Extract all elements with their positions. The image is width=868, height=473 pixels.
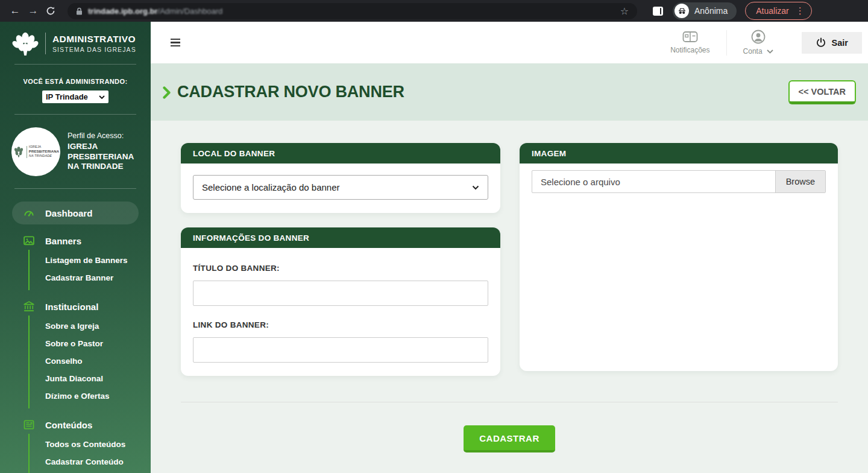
sidebar-item-todos-os-conteudos[interactable]: Todos os Conteúdos	[45, 436, 139, 453]
sidebar-item-cadastrar-banner[interactable]: Cadastrar Banner	[45, 269, 139, 287]
account-button[interactable]: Conta	[727, 30, 790, 56]
back-icon[interactable]: ←	[6, 5, 24, 17]
access-profile-label: Perfil de Acesso:	[68, 132, 142, 140]
submenu-conteudos: Todos os Conteúdos Cadastrar Conteúdo	[28, 434, 139, 473]
main-area: LOCAL DO BANNER Selecione a localização …	[151, 121, 868, 473]
power-icon	[816, 37, 826, 48]
cadastrar-submit-button[interactable]: CADASTRAR	[464, 425, 555, 452]
topbar: Notificações Conta	[151, 22, 868, 63]
church-avatar: IGREJA PRESBITERIANA NA TRINDADE	[11, 127, 60, 176]
side-panel-icon[interactable]	[653, 7, 663, 16]
mailbox-icon	[682, 31, 698, 43]
avatar-bush-icon	[13, 146, 25, 157]
chrome-update-button[interactable]: Atualizar ⋮	[745, 2, 811, 20]
submenu-institucional: Sobre a Igreja Sobre o Pastor Conselho J…	[28, 316, 139, 408]
back-voltar-button[interactable]: << VOLTAR	[788, 80, 856, 104]
sidebar-menu: Dashboard Banners Listagem de Banners Ca…	[0, 189, 151, 473]
logout-button[interactable]: Sair	[802, 32, 862, 54]
sidebar-item-conselho[interactable]: Conselho	[45, 352, 139, 370]
sidebar-item-sobre-a-igreja[interactable]: Sobre a Igreja	[45, 317, 139, 335]
submenu-banners: Listagem de Banners Cadastrar Banner	[28, 250, 139, 290]
avatar-text-line: NA TRINDADE	[29, 154, 59, 158]
sidebar-item-dizimo-e-ofertas[interactable]: Dízimo e Ofertas	[45, 387, 139, 405]
panel-title: IMAGEM	[520, 143, 838, 163]
church-select[interactable]: IP Trindade	[42, 90, 108, 103]
sidebar-item-banners[interactable]: Banners	[12, 229, 139, 250]
image-file-input[interactable]: Selecione o arquivo Browse	[532, 170, 826, 193]
chevron-right-icon	[163, 86, 171, 99]
logo-title: ADMINISTRATIVO	[52, 34, 136, 45]
sidebar-item-junta-diaconal[interactable]: Junta Diaconal	[45, 370, 139, 387]
incognito-label: Anônima	[694, 6, 728, 16]
reload-icon[interactable]	[46, 6, 55, 16]
chevron-down-icon	[99, 95, 105, 99]
logo-divider	[45, 33, 46, 54]
sidebar: ADMINISTRATIVO SISTEMA DAS IGREJAS VOCÊ …	[0, 22, 151, 473]
ipb-bush-icon	[12, 31, 39, 56]
avatar-divider	[27, 146, 27, 158]
incognito-badge: Anônima	[673, 2, 737, 20]
sidebar-item-conteudos[interactable]: Conteúdos	[12, 413, 139, 434]
access-profile-name: IGREJA PRESBITERIANA NA TRINDADE	[68, 142, 142, 173]
sidebar-item-institucional[interactable]: Institucional	[12, 295, 139, 316]
url-text: trindade.ipb.org.br/Admin/Dashboard	[88, 7, 222, 16]
sidebar-item-dashboard[interactable]: Dashboard	[12, 202, 139, 224]
sidebar-item-sobre-o-pastor[interactable]: Sobre o Pastor	[45, 335, 139, 352]
avatar-text-line: IGREJA	[29, 145, 59, 149]
bank-icon	[23, 300, 35, 313]
image-icon	[23, 235, 35, 247]
lock-icon	[76, 7, 83, 15]
form-divider	[181, 402, 838, 402]
browser-toolbar: ← → trindade.ipb.org.br/Admin/Dashboard …	[0, 0, 868, 22]
notifications-button[interactable]: Notificações	[654, 31, 726, 54]
hamburger-menu-icon[interactable]	[171, 39, 180, 47]
informacoes-do-banner-panel: INFORMAÇÕES DO BANNER TÍTULO DO BANNER: …	[181, 227, 500, 376]
logo-subtitle: SISTEMA DAS IGREJAS	[52, 46, 136, 53]
banner-location-select[interactable]: Selecione a localização do banner	[193, 175, 488, 200]
url-bar[interactable]: trindade.ipb.org.br/Admin/Dashboard ☆	[68, 3, 637, 19]
app-logo: ADMINISTRATIVO SISTEMA DAS IGREJAS	[0, 22, 151, 64]
page-title: CADASTRAR NOVO BANNER	[177, 83, 404, 101]
local-do-banner-panel: LOCAL DO BANNER Selecione a localização …	[181, 143, 500, 213]
account-icon	[751, 30, 766, 44]
file-input-value: Selecione o arquivo	[532, 171, 775, 192]
banner-link-label: LINK DO BANNER:	[193, 320, 488, 329]
news-icon	[23, 419, 35, 431]
browse-button[interactable]: Browse	[775, 171, 825, 192]
chevron-down-icon	[767, 49, 773, 54]
page-heading-band: CADASTRAR NOVO BANNER << VOLTAR	[151, 63, 868, 121]
sidebar-item-cadastrar-conteudo[interactable]: Cadastrar Conteúdo	[45, 453, 139, 471]
chrome-menu-icon[interactable]: ⋮	[796, 5, 805, 16]
administering-label: VOCÊ ESTÁ ADMINISTRANDO:	[0, 78, 151, 85]
panel-title: LOCAL DO BANNER	[181, 143, 500, 163]
chevron-down-icon	[472, 185, 479, 190]
forward-icon[interactable]: →	[24, 5, 42, 17]
imagem-panel: IMAGEM Selecione o arquivo Browse	[520, 143, 838, 371]
banner-title-input[interactable]	[193, 281, 488, 306]
banner-link-input[interactable]	[193, 337, 488, 363]
sidebar-item-listagem-de-banners[interactable]: Listagem de Banners	[45, 252, 139, 269]
profile-block: IGREJA PRESBITERIANA NA TRINDADE Perfil …	[0, 115, 151, 188]
banner-title-label: TÍTULO DO BANNER:	[193, 264, 488, 273]
dashboard-icon	[23, 207, 35, 219]
avatar-text-line: PRESBITERIANA	[29, 150, 59, 154]
panel-title: INFORMAÇÕES DO BANNER	[181, 227, 500, 248]
incognito-icon	[675, 4, 689, 18]
bookmark-star-icon[interactable]: ☆	[620, 5, 629, 17]
